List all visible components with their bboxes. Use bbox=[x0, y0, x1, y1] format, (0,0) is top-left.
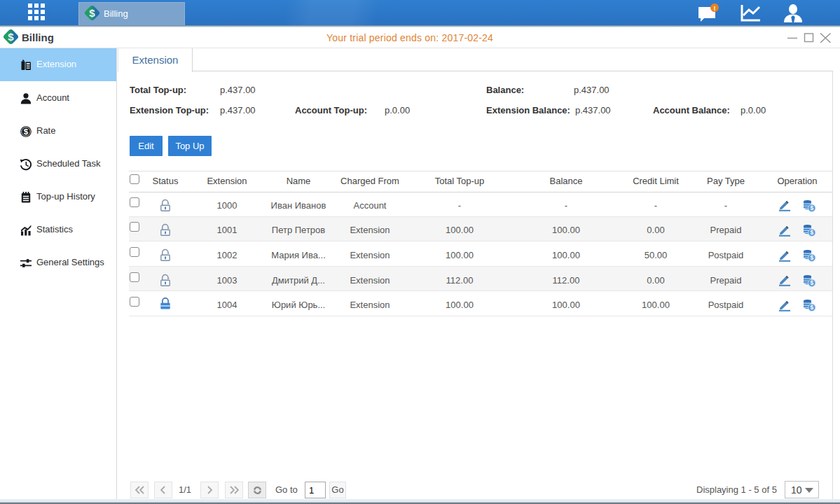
svg-text:$: $ bbox=[810, 279, 813, 286]
svg-text:$: $ bbox=[810, 254, 813, 261]
svg-text:$: $ bbox=[810, 204, 813, 211]
svg-text:$: $ bbox=[810, 230, 813, 237]
svg-text:!: ! bbox=[714, 5, 716, 12]
svg-text:$: $ bbox=[24, 127, 29, 136]
svg-text:$: $ bbox=[810, 304, 813, 311]
